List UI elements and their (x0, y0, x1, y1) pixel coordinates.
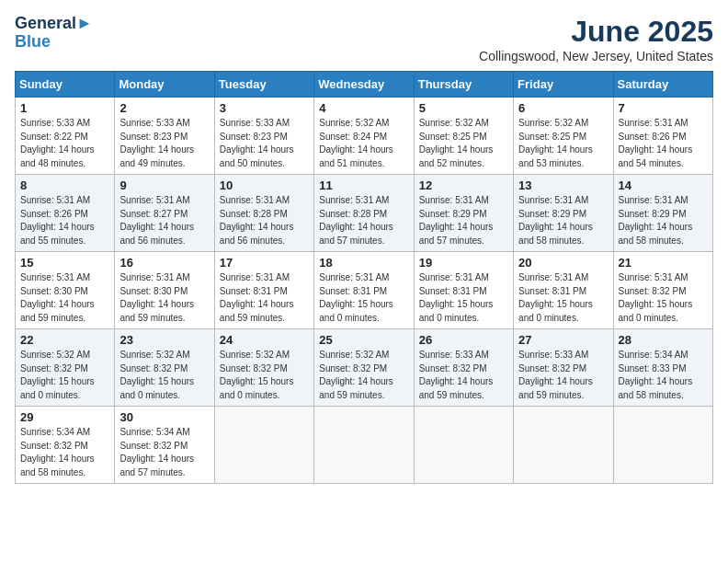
weekday-header-sunday: Sunday (16, 72, 115, 98)
calendar-cell: 28Sunrise: 5:34 AM Sunset: 8:33 PM Dayli… (613, 329, 712, 407)
day-info: Sunrise: 5:31 AM Sunset: 8:29 PM Dayligh… (419, 194, 508, 247)
calendar-cell: 13Sunrise: 5:31 AM Sunset: 8:29 PM Dayli… (514, 175, 613, 252)
day-number: 2 (119, 101, 209, 115)
calendar-cell (314, 407, 414, 484)
day-number: 5 (419, 101, 508, 115)
day-info: Sunrise: 5:31 AM Sunset: 8:29 PM Dayligh… (619, 194, 708, 247)
day-info: Sunrise: 5:31 AM Sunset: 8:31 PM Dayligh… (419, 271, 508, 325)
month-title: June 2025 (479, 15, 713, 49)
title-block: June 2025 Collingswood, New Jersey, Unit… (479, 15, 713, 63)
day-number: 15 (20, 256, 109, 270)
day-number: 8 (20, 178, 109, 192)
calendar-cell: 3Sunrise: 5:33 AM Sunset: 8:23 PM Daylig… (214, 98, 313, 175)
day-info: Sunrise: 5:34 AM Sunset: 8:33 PM Dayligh… (619, 349, 708, 402)
logo: General► Blue (15, 15, 93, 52)
day-info: Sunrise: 5:31 AM Sunset: 8:31 PM Dayligh… (319, 271, 408, 325)
calendar-cell: 20Sunrise: 5:31 AM Sunset: 8:31 PM Dayli… (514, 252, 613, 329)
calendar-cell (514, 407, 613, 484)
day-info: Sunrise: 5:33 AM Sunset: 8:32 PM Dayligh… (518, 349, 608, 402)
day-info: Sunrise: 5:33 AM Sunset: 8:32 PM Dayligh… (419, 349, 508, 402)
calendar-table: SundayMondayTuesdayWednesdayThursdayFrid… (15, 71, 713, 484)
day-info: Sunrise: 5:33 AM Sunset: 8:22 PM Dayligh… (20, 117, 109, 170)
calendar-cell: 10Sunrise: 5:31 AM Sunset: 8:28 PM Dayli… (214, 175, 313, 252)
day-number: 1 (20, 101, 109, 115)
calendar-cell: 21Sunrise: 5:31 AM Sunset: 8:32 PM Dayli… (613, 252, 712, 329)
day-number: 13 (518, 178, 608, 192)
calendar-cell: 12Sunrise: 5:31 AM Sunset: 8:29 PM Dayli… (414, 175, 513, 252)
calendar-cell: 23Sunrise: 5:32 AM Sunset: 8:32 PM Dayli… (115, 329, 214, 407)
day-number: 12 (419, 178, 508, 192)
calendar-cell: 16Sunrise: 5:31 AM Sunset: 8:30 PM Dayli… (115, 252, 214, 329)
calendar-week-row: 29Sunrise: 5:34 AM Sunset: 8:32 PM Dayli… (16, 407, 713, 484)
day-number: 18 (319, 256, 408, 270)
day-info: Sunrise: 5:32 AM Sunset: 8:25 PM Dayligh… (419, 117, 508, 170)
day-info: Sunrise: 5:32 AM Sunset: 8:24 PM Dayligh… (319, 117, 408, 170)
calendar-cell: 17Sunrise: 5:31 AM Sunset: 8:31 PM Dayli… (214, 252, 313, 329)
location-title: Collingswood, New Jersey, United States (479, 49, 713, 63)
day-number: 27 (518, 333, 608, 347)
day-info: Sunrise: 5:33 AM Sunset: 8:23 PM Dayligh… (220, 117, 309, 170)
page-header: General► Blue June 2025 Collingswood, Ne… (15, 15, 713, 63)
day-number: 17 (220, 256, 309, 270)
calendar-cell (414, 407, 513, 484)
calendar-cell: 22Sunrise: 5:32 AM Sunset: 8:32 PM Dayli… (16, 329, 115, 407)
day-number: 3 (220, 101, 309, 115)
day-number: 11 (319, 178, 408, 192)
day-number: 16 (119, 256, 209, 270)
logo-text: General► (15, 15, 93, 33)
weekday-header-monday: Monday (115, 72, 214, 98)
day-number: 14 (619, 178, 708, 192)
calendar-cell: 7Sunrise: 5:31 AM Sunset: 8:26 PM Daylig… (613, 98, 712, 175)
logo-line2: Blue (15, 33, 51, 52)
weekday-header-tuesday: Tuesday (214, 72, 313, 98)
day-info: Sunrise: 5:31 AM Sunset: 8:31 PM Dayligh… (518, 271, 608, 325)
day-info: Sunrise: 5:34 AM Sunset: 8:32 PM Dayligh… (20, 426, 109, 479)
day-info: Sunrise: 5:31 AM Sunset: 8:32 PM Dayligh… (619, 271, 708, 325)
day-number: 29 (20, 410, 109, 424)
day-number: 4 (319, 101, 408, 115)
day-info: Sunrise: 5:31 AM Sunset: 8:29 PM Dayligh… (518, 194, 608, 247)
calendar-cell: 14Sunrise: 5:31 AM Sunset: 8:29 PM Dayli… (613, 175, 712, 252)
calendar-cell: 24Sunrise: 5:32 AM Sunset: 8:32 PM Dayli… (214, 329, 313, 407)
day-number: 23 (119, 333, 209, 347)
day-info: Sunrise: 5:32 AM Sunset: 8:25 PM Dayligh… (518, 117, 608, 170)
calendar-week-row: 15Sunrise: 5:31 AM Sunset: 8:30 PM Dayli… (16, 252, 713, 329)
calendar-body: 1Sunrise: 5:33 AM Sunset: 8:22 PM Daylig… (16, 98, 713, 484)
day-number: 7 (619, 101, 708, 115)
day-info: Sunrise: 5:31 AM Sunset: 8:28 PM Dayligh… (220, 194, 309, 247)
weekday-header-saturday: Saturday (613, 72, 712, 98)
calendar-cell: 2Sunrise: 5:33 AM Sunset: 8:23 PM Daylig… (115, 98, 214, 175)
calendar-cell: 30Sunrise: 5:34 AM Sunset: 8:32 PM Dayli… (115, 407, 214, 484)
day-info: Sunrise: 5:31 AM Sunset: 8:26 PM Dayligh… (619, 117, 708, 170)
day-number: 22 (20, 333, 109, 347)
calendar-cell: 27Sunrise: 5:33 AM Sunset: 8:32 PM Dayli… (514, 329, 613, 407)
day-info: Sunrise: 5:31 AM Sunset: 8:27 PM Dayligh… (119, 194, 209, 247)
day-info: Sunrise: 5:31 AM Sunset: 8:30 PM Dayligh… (119, 271, 209, 325)
day-info: Sunrise: 5:31 AM Sunset: 8:26 PM Dayligh… (20, 194, 109, 247)
day-number: 26 (419, 333, 508, 347)
weekday-header-friday: Friday (514, 72, 613, 98)
day-info: Sunrise: 5:31 AM Sunset: 8:28 PM Dayligh… (319, 194, 408, 247)
day-info: Sunrise: 5:32 AM Sunset: 8:32 PM Dayligh… (220, 349, 309, 402)
day-info: Sunrise: 5:31 AM Sunset: 8:30 PM Dayligh… (20, 271, 109, 325)
calendar-cell: 15Sunrise: 5:31 AM Sunset: 8:30 PM Dayli… (16, 252, 115, 329)
day-info: Sunrise: 5:31 AM Sunset: 8:31 PM Dayligh… (220, 271, 309, 325)
calendar-cell (613, 407, 712, 484)
calendar-cell (214, 407, 313, 484)
day-info: Sunrise: 5:34 AM Sunset: 8:32 PM Dayligh… (119, 426, 209, 479)
calendar-cell: 11Sunrise: 5:31 AM Sunset: 8:28 PM Dayli… (314, 175, 414, 252)
calendar-cell: 26Sunrise: 5:33 AM Sunset: 8:32 PM Dayli… (414, 329, 513, 407)
day-number: 20 (518, 256, 608, 270)
calendar-cell: 8Sunrise: 5:31 AM Sunset: 8:26 PM Daylig… (16, 175, 115, 252)
day-number: 25 (319, 333, 408, 347)
calendar-cell: 9Sunrise: 5:31 AM Sunset: 8:27 PM Daylig… (115, 175, 214, 252)
calendar-cell: 4Sunrise: 5:32 AM Sunset: 8:24 PM Daylig… (314, 98, 414, 175)
calendar-cell: 5Sunrise: 5:32 AM Sunset: 8:25 PM Daylig… (414, 98, 513, 175)
day-number: 9 (119, 178, 209, 192)
calendar-cell: 6Sunrise: 5:32 AM Sunset: 8:25 PM Daylig… (514, 98, 613, 175)
day-number: 10 (220, 178, 309, 192)
calendar-header-row: SundayMondayTuesdayWednesdayThursdayFrid… (16, 72, 713, 98)
calendar-cell: 25Sunrise: 5:32 AM Sunset: 8:32 PM Dayli… (314, 329, 414, 407)
calendar-week-row: 8Sunrise: 5:31 AM Sunset: 8:26 PM Daylig… (16, 175, 713, 252)
calendar-week-row: 22Sunrise: 5:32 AM Sunset: 8:32 PM Dayli… (16, 329, 713, 407)
